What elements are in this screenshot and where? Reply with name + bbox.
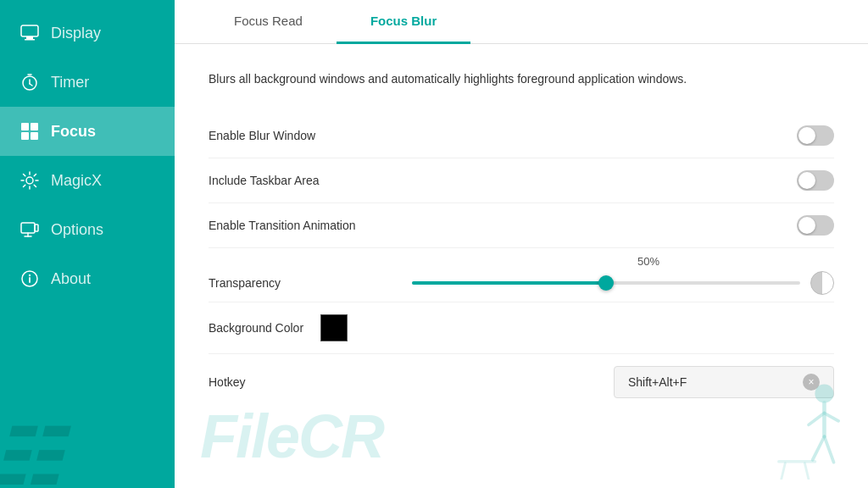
svg-line-5: [30, 84, 32, 86]
svg-rect-33: [777, 460, 816, 463]
main-content: Focus Read Focus Blur Blurs all backgrou…: [175, 0, 868, 488]
grid-icon: [20, 122, 39, 141]
transparency-row: 50% Transparency: [209, 248, 834, 302]
sidebar-watermark: ☷: [0, 420, 60, 488]
sidebar-item-display[interactable]: Display: [0, 8, 175, 58]
sidebar-item-label-options: Options: [51, 221, 103, 239]
svg-rect-1: [26, 36, 33, 39]
transparency-percent: 50%: [463, 255, 834, 268]
svg-line-35: [804, 463, 809, 480]
hotkey-value: Shift+Alt+F: [628, 375, 687, 389]
svg-line-17: [34, 185, 36, 186]
sun-icon: [20, 171, 39, 190]
sidebar-item-options[interactable]: Options: [0, 205, 175, 254]
info-icon: [20, 269, 39, 288]
tab-focus-read[interactable]: Focus Read: [200, 0, 337, 44]
svg-rect-21: [35, 225, 38, 231]
enable-blur-label: Enable Blur Window: [209, 129, 315, 142]
tab-focus-blur[interactable]: Focus Blur: [337, 0, 470, 44]
svg-line-19: [24, 185, 25, 186]
enable-transition-toggle[interactable]: [797, 215, 834, 236]
sidebar-item-timer[interactable]: Timer: [0, 58, 175, 107]
sidebar-item-focus[interactable]: Focus: [0, 107, 175, 156]
enable-blur-toggle[interactable]: [797, 125, 834, 146]
bg-color-right: [303, 314, 834, 341]
setting-row-enable-transition: Enable Transition Animation: [209, 203, 834, 248]
svg-line-29: [809, 413, 824, 425]
character-decoration: [766, 378, 851, 480]
svg-rect-2: [25, 39, 35, 41]
svg-line-18: [34, 175, 36, 176]
transparency-contrast-icon: [810, 271, 834, 295]
bg-color-label: Background Color: [209, 321, 303, 335]
monitor-icon: [20, 24, 39, 42]
svg-line-34: [782, 463, 786, 480]
sidebar-item-magicx[interactable]: MagicX: [0, 156, 175, 205]
content-description: Blurs all background windows and automat…: [209, 69, 785, 88]
include-taskbar-toggle[interactable]: [797, 170, 834, 191]
svg-rect-20: [21, 223, 35, 233]
svg-point-26: [29, 274, 31, 276]
sidebar-item-label-magicx: MagicX: [51, 172, 102, 190]
transparency-slider-thumb[interactable]: [598, 275, 614, 291]
svg-rect-8: [31, 123, 38, 130]
setting-row-include-taskbar: Include Taskbar Area: [209, 158, 834, 203]
sidebar: Display Timer Focus: [0, 0, 175, 488]
sidebar-item-label-about: About: [51, 270, 91, 288]
svg-rect-0: [21, 25, 38, 36]
transparency-slider-inner: Transparency: [209, 271, 834, 295]
transparency-slider-fill: [412, 281, 606, 285]
screen-icon: [20, 220, 39, 239]
svg-line-32: [824, 436, 833, 462]
svg-line-31: [813, 436, 825, 460]
transparency-slider-track[interactable]: [412, 281, 800, 285]
svg-point-27: [815, 384, 833, 402]
sidebar-item-label-timer: Timer: [51, 74, 89, 92]
svg-rect-9: [21, 132, 29, 140]
transparency-slider-container: [310, 271, 834, 295]
bg-color-swatch[interactable]: [320, 314, 348, 341]
tabs-bar: Focus Read Focus Blur: [175, 0, 868, 44]
sidebar-item-about[interactable]: About: [0, 254, 175, 303]
hotkey-label: Hotkey: [209, 375, 246, 389]
svg-rect-10: [31, 132, 38, 140]
svg-line-16: [24, 175, 25, 176]
svg-rect-7: [21, 123, 29, 130]
setting-row-bg-color: Background Color: [209, 302, 834, 354]
sidebar-item-label-display: Display: [51, 25, 101, 42]
enable-transition-label: Enable Transition Animation: [209, 219, 356, 232]
sidebar-item-label-focus: Focus: [51, 123, 96, 141]
clock-icon: [20, 73, 39, 92]
content-area: Blurs all background windows and automat…: [175, 44, 868, 488]
transparency-label: Transparency: [209, 276, 310, 290]
setting-row-hotkey: Hotkey Shift+Alt+F ×: [209, 354, 834, 410]
svg-line-30: [824, 413, 838, 421]
svg-point-11: [26, 177, 33, 184]
include-taskbar-label: Include Taskbar Area: [209, 174, 320, 187]
setting-row-enable-blur: Enable Blur Window: [209, 114, 834, 158]
